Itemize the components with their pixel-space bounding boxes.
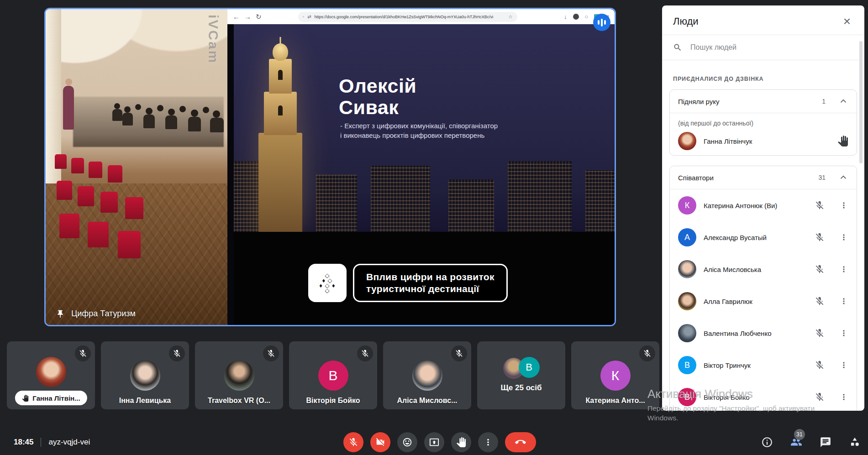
contributors-header[interactable]: Співавтори 31 (670, 166, 857, 189)
avatar: А (678, 228, 696, 246)
raise-hand-button[interactable] (451, 432, 471, 452)
browser-url-bar[interactable]: ◦ ⇄ https://docs.google.com/presentation… (298, 12, 517, 22)
more-options-icon[interactable] (839, 329, 848, 338)
camera-view: iVCam (46, 9, 227, 325)
participant-row[interactable]: Ганна Літвінчук (670, 127, 857, 155)
presentation-slide: Олексій Сивак - Експерт з цифрових комун… (234, 24, 615, 325)
avatar (678, 132, 696, 150)
overflow-tile[interactable]: В Ще 25 осіб (477, 341, 565, 409)
participant-row[interactable]: В Вікторія Бойко (670, 381, 857, 411)
participant-row[interactable]: Валентина Любченко (670, 317, 857, 349)
video-tile[interactable]: Інна Левицька (101, 341, 189, 409)
shared-browser-window: ← → ↻ ◦ ⇄ https://docs.google.com/presen… (227, 9, 615, 325)
more-options-icon[interactable] (839, 361, 848, 370)
panel-title: Люди (673, 16, 699, 27)
participant-row[interactable]: Аліса Мисловська (670, 253, 857, 285)
contributors-card: Співавтори 31 К Катерина Антонюк (Ви) А … (669, 166, 857, 411)
more-options-icon[interactable] (839, 201, 848, 210)
browser-profile-icon[interactable] (573, 14, 579, 20)
mic-off-icon[interactable] (815, 296, 825, 306)
mic-off-icon (263, 345, 279, 361)
avatar (130, 361, 160, 391)
overflow-count-label: Ще 25 осіб (477, 383, 565, 392)
raised-hand-icon (837, 136, 848, 146)
avatar: В (678, 388, 696, 406)
tile-name-label: Катерина Анто... (575, 397, 656, 405)
tile-name-label: Інна Левицька (105, 397, 185, 405)
people-search-row (662, 35, 864, 60)
avatar (412, 361, 442, 391)
avatar: В (318, 361, 348, 391)
mic-off-icon (75, 345, 91, 361)
pinned-video-tile[interactable]: iVCam ← → ↻ ◦ ⇄ https://docs.google.com/… (44, 8, 616, 326)
bookmark-star-icon[interactable]: ☆ (509, 14, 513, 19)
pin-icon (56, 309, 65, 319)
hand-icon (21, 395, 28, 402)
people-panel-button[interactable]: 31 (790, 436, 802, 448)
participant-strip: Ганна Літвін... Інна Левицька Travelbox … (7, 341, 659, 409)
bottom-bar: 18:45 ayz-vqjd-vei 31 (0, 429, 868, 455)
slide-bottom-band: ◇ ♦ ◇ ♦ ◇ ♦ ◇ Вплив цифри на розвиток ту… (234, 232, 615, 325)
browser-back-icon[interactable]: ← (233, 13, 240, 21)
avatar (678, 260, 696, 278)
raise-order-note: (від першої до останньої) (670, 113, 857, 127)
avatar: В (519, 357, 540, 378)
raised-hands-count: 1 (822, 98, 826, 105)
raised-hands-header[interactable]: Підняли руку 1 (670, 90, 857, 113)
activities-button[interactable] (849, 436, 861, 448)
present-button[interactable] (424, 432, 444, 452)
participant-row[interactable]: В Віктор Тринчук (670, 349, 857, 381)
people-panel: Люди × ПРИЄДНАЛИСЯ ДО ДЗВІНКА Підняли ру… (662, 5, 864, 411)
video-tile[interactable]: К Катерина Анто... (571, 341, 659, 409)
more-options-button[interactable] (478, 432, 498, 452)
chevron-up-icon[interactable] (838, 173, 848, 183)
search-icon (673, 43, 682, 52)
participant-row[interactable]: К Катерина Антонюк (Ви) (670, 189, 857, 221)
more-options-icon[interactable] (839, 265, 848, 274)
mic-toggle-button[interactable] (343, 432, 363, 452)
chat-panel-button[interactable] (820, 436, 831, 448)
end-call-button[interactable] (505, 432, 536, 452)
browser-forward-icon[interactable]: → (244, 13, 251, 21)
reactions-button[interactable] (397, 432, 417, 452)
diamond-logo-icon: ◇ ♦ ◇ ♦ ◇ ♦ ◇ (308, 264, 347, 302)
extensions-icon[interactable]: ○ (585, 13, 589, 20)
raised-hands-card: Підняли руку 1 (від першої до останньої)… (669, 89, 857, 156)
browser-reload-icon[interactable]: ↻ (256, 13, 262, 21)
overflow-avatars: В (503, 357, 540, 379)
mic-off-icon (451, 345, 467, 361)
people-count-badge: 31 (794, 429, 805, 440)
mic-off-icon[interactable] (815, 328, 825, 338)
mic-off-icon (639, 345, 655, 361)
camera-toggle-button[interactable] (370, 432, 390, 452)
tile-name-label: Travelbox VR (О... (199, 397, 279, 405)
mic-off-icon[interactable] (815, 232, 825, 242)
panel-scrollbar[interactable] (859, 41, 863, 163)
download-icon[interactable]: ↓ (564, 13, 567, 20)
mic-off-icon[interactable] (815, 264, 825, 274)
video-tile[interactable]: Аліса Мисловс... (383, 341, 471, 409)
participant-row[interactable]: А Александр Вусатый (670, 221, 857, 253)
mic-off-icon[interactable] (815, 200, 825, 210)
slide-subtitle: - Експерт з цифрових комунікації, співор… (340, 121, 498, 140)
mic-off-icon[interactable] (815, 360, 825, 370)
chevron-up-icon[interactable] (838, 96, 848, 106)
pinned-participant-label: Цифра Татуризм (56, 309, 136, 319)
video-tile[interactable]: Travelbox VR (О... (195, 341, 283, 409)
close-icon[interactable]: × (841, 15, 853, 28)
video-tile[interactable]: В Вікторія Бойко (289, 341, 377, 409)
video-tile[interactable]: Ганна Літвін... (7, 341, 95, 409)
more-options-icon[interactable] (839, 297, 848, 306)
call-controls (343, 432, 536, 452)
more-options-icon[interactable] (839, 233, 848, 242)
slide-badge: ◇ ♦ ◇ ♦ ◇ ♦ ◇ Вплив цифри на розвиток ту… (308, 264, 508, 302)
swap-icon: ⇄ (307, 14, 311, 19)
mic-off-icon[interactable] (815, 392, 825, 402)
slide-title: Олексій Сивак (339, 75, 416, 118)
meeting-details-button[interactable] (761, 436, 773, 448)
meeting-code: ayz-vqjd-vei (48, 438, 90, 447)
search-input[interactable] (689, 43, 853, 52)
audio-level-indicator (593, 14, 610, 31)
participant-row[interactable]: Алла Гаврилюк (670, 285, 857, 317)
more-options-icon[interactable] (839, 392, 848, 402)
